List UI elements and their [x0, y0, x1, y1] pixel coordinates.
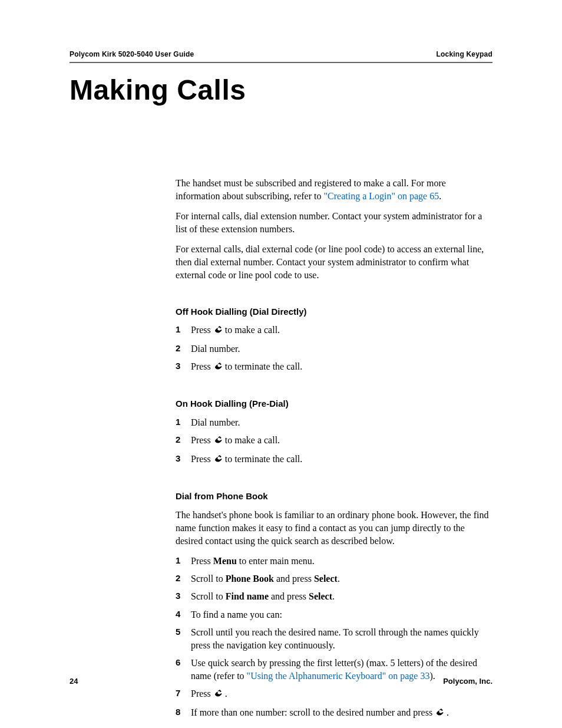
intro-p1-b: .	[439, 191, 441, 201]
off-hook-s3-b: to terminate the call.	[223, 361, 303, 371]
steps-off-hook: Press to make a call. Dial number. Press…	[176, 324, 492, 374]
header-rule	[70, 62, 492, 63]
hook-icon	[213, 325, 223, 338]
pb-s2-c: .	[338, 574, 340, 584]
steps-phone-book: Press Menu to enter main menu. Scroll to…	[176, 555, 492, 720]
off-hook-s1-a: Press	[191, 325, 213, 335]
pb-s3-a: Scroll to	[191, 591, 226, 601]
header-left: Polycom Kirk 5020-5040 User Guide	[70, 50, 194, 58]
page-footer: 24 Polycom, Inc.	[70, 677, 492, 686]
heading-phone-book: Dial from Phone Book	[176, 490, 492, 503]
phone-book-intro: The handset's phone book is familiar to …	[176, 509, 492, 548]
on-hook-step-1: Dial number.	[176, 416, 492, 429]
pb-s3-bold2: Select	[309, 591, 332, 601]
pb-s1-b: to enter main menu.	[237, 556, 315, 566]
heading-on-hook: On Hook Dialling (Pre-Dial)	[176, 398, 492, 410]
off-hook-step-1: Press to make a call.	[176, 324, 492, 338]
pb-step-4: To find a name you can:	[176, 608, 492, 621]
on-hook-step-3: Press to terminate the call.	[176, 453, 492, 467]
pb-step-1: Press Menu to enter main menu.	[176, 555, 492, 568]
off-hook-s3-a: Press	[191, 361, 213, 371]
page-title: Making Calls	[70, 74, 492, 106]
hook-icon	[435, 707, 444, 720]
pb-s2-b: and press	[274, 574, 314, 584]
intro-p3: For external calls, dial external code (…	[176, 243, 492, 282]
on-hook-s2-b: to make a call.	[223, 435, 280, 445]
pb-s3-bold: Find name	[226, 591, 269, 601]
pb-step-3: Scroll to Find name and press Select.	[176, 590, 492, 603]
on-hook-s3-a: Press	[191, 454, 213, 464]
footer-page-number: 24	[70, 677, 78, 686]
heading-off-hook: Off Hook Dialling (Dial Directly)	[176, 306, 492, 318]
hook-icon	[213, 689, 223, 701]
hook-icon	[213, 361, 223, 374]
hook-icon	[213, 454, 223, 467]
pb-s3-c: .	[332, 591, 335, 601]
pb-s8-a: If more than one number: scroll to the d…	[191, 707, 435, 717]
steps-on-hook: Dial number. Press to make a call. Press…	[176, 416, 492, 467]
pb-step-8: If more than one number: scroll to the d…	[176, 706, 492, 720]
page: Polycom Kirk 5020-5040 User Guide Lockin…	[0, 0, 562, 728]
pb-s1-bold: Menu	[213, 556, 237, 566]
on-hook-step-2: Press to make a call.	[176, 434, 492, 448]
link-creating-login[interactable]: "Creating a Login" on page 65	[324, 191, 439, 201]
on-hook-s2-a: Press	[191, 435, 213, 445]
hook-icon	[213, 435, 223, 448]
pb-s7-b: .	[223, 689, 227, 699]
pb-s8-b: .	[444, 707, 449, 717]
pb-s3-b: and press	[269, 591, 309, 601]
header-right: Locking Keypad	[437, 50, 492, 58]
pb-step-5: Scroll until you reach the desired name.…	[176, 626, 492, 652]
pb-s2-bold: Phone Book	[226, 574, 274, 584]
off-hook-s1-b: to make a call.	[223, 325, 280, 335]
on-hook-s3-b: to terminate the call.	[223, 454, 303, 464]
footer-company: Polycom, Inc.	[443, 677, 492, 686]
off-hook-step-3: Press to terminate the call.	[176, 360, 492, 374]
page-header: Polycom Kirk 5020-5040 User Guide Lockin…	[70, 50, 492, 58]
off-hook-step-2: Dial number.	[176, 342, 492, 355]
pb-s2-bold2: Select	[314, 574, 338, 584]
pb-s2-a: Scroll to	[191, 574, 226, 584]
pb-step-7: Press .	[176, 687, 492, 701]
intro-p2: For internal calls, dial extension numbe…	[176, 210, 492, 236]
pb-s7-a: Press	[191, 689, 213, 699]
pb-step-2: Scroll to Phone Book and press Select.	[176, 572, 492, 585]
content: The handset must be subscribed and regis…	[176, 177, 492, 720]
intro-p1: The handset must be subscribed and regis…	[176, 177, 492, 203]
pb-s1-a: Press	[191, 556, 213, 566]
